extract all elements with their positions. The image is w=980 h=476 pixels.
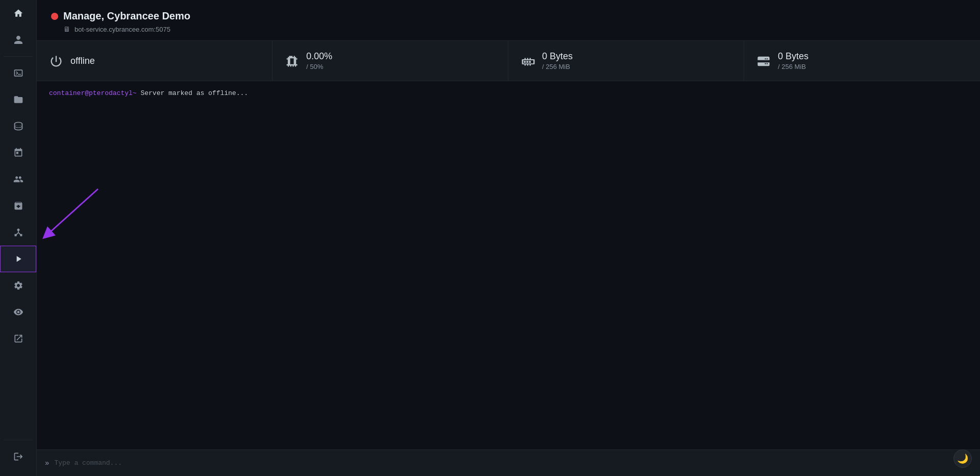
- sidebar-item-files[interactable]: [0, 86, 36, 113]
- user-icon: [13, 35, 23, 45]
- svg-rect-9: [524, 61, 526, 63]
- stat-memory-main: 0 Bytes: [542, 51, 573, 62]
- command-bar: »: [37, 449, 980, 476]
- gear-icon: [13, 280, 23, 291]
- command-input[interactable]: [54, 459, 972, 467]
- moon-icon: 🌙: [957, 453, 968, 464]
- svg-rect-7: [530, 64, 531, 66]
- sidebar-item-activity[interactable]: [0, 299, 36, 325]
- svg-rect-6: [527, 64, 529, 66]
- page-header: Manage, Cybrancee Demo 🖥 bot-service.cyb…: [37, 0, 980, 41]
- sidebar-item-external[interactable]: [0, 325, 36, 352]
- sidebar-item-startup[interactable]: [0, 246, 36, 272]
- sidebar-item-terminal[interactable]: [0, 60, 36, 86]
- sidebar-item-settings[interactable]: [0, 272, 36, 299]
- svg-rect-4: [530, 58, 531, 60]
- external-link-icon: [13, 334, 23, 344]
- console-message: Server marked as offline...: [137, 89, 248, 97]
- svg-rect-5: [525, 64, 526, 66]
- logout-icon: [13, 451, 23, 462]
- stats-row: offline 0.00% / 50%: [37, 41, 980, 81]
- folder-icon: [13, 94, 23, 105]
- server-address-row: 🖥 bot-service.cybrancee.com:5075: [63, 25, 966, 33]
- server-address: bot-service.cybrancee.com:5075: [75, 26, 170, 33]
- console-line-1: container@pterodactyl~ Server marked as …: [49, 89, 968, 97]
- users-icon: [13, 174, 23, 184]
- status-dot: [51, 13, 58, 20]
- console-prompt: container@pterodactyl~: [49, 89, 137, 97]
- sidebar-bottom: [0, 443, 36, 476]
- sidebar-divider-1: [4, 56, 33, 57]
- eye-icon: [13, 307, 23, 317]
- server-icon: 🖥: [63, 25, 70, 33]
- stat-power-main: offline: [70, 56, 95, 66]
- home-icon: [13, 8, 23, 18]
- sidebar-item-home[interactable]: [0, 0, 36, 27]
- console-output: container@pterodactyl~ Server marked as …: [37, 81, 980, 449]
- stat-disk: 0 Bytes / 256 MiB: [744, 41, 980, 81]
- svg-rect-11: [529, 61, 531, 63]
- main-content: Manage, Cybrancee Demo 🖥 bot-service.cyb…: [37, 0, 980, 476]
- svg-rect-2: [525, 58, 526, 60]
- sidebar-item-schedule[interactable]: [0, 139, 36, 166]
- sidebar-divider-bottom: [4, 440, 33, 440]
- stat-cpu: 0.00% / 50%: [273, 41, 508, 81]
- stat-memory: 0 Bytes / 256 MiB: [508, 41, 744, 81]
- calendar-icon: [13, 148, 23, 158]
- sidebar: [0, 0, 37, 476]
- stat-disk-main: 0 Bytes: [778, 51, 808, 62]
- cpu-icon: [285, 54, 298, 67]
- play-icon: [13, 254, 23, 264]
- server-title: Manage, Cybrancee Demo: [63, 10, 190, 22]
- svg-rect-3: [527, 58, 529, 60]
- stat-disk-sub: / 256 MiB: [778, 63, 808, 70]
- sidebar-top: [0, 0, 36, 437]
- sidebar-item-profile[interactable]: [0, 27, 36, 53]
- stat-memory-sub: / 256 MiB: [542, 63, 573, 70]
- sidebar-item-network[interactable]: [0, 219, 36, 246]
- stat-power: offline: [37, 41, 273, 81]
- database-icon: [13, 121, 23, 131]
- dark-mode-toggle[interactable]: 🌙: [953, 449, 972, 468]
- stat-disk-info: 0 Bytes / 256 MiB: [778, 51, 808, 70]
- svg-rect-10: [526, 61, 528, 63]
- sidebar-item-backups[interactable]: [0, 193, 36, 219]
- stat-power-info: offline: [70, 56, 95, 66]
- archive-icon: [13, 201, 23, 211]
- stat-memory-info: 0 Bytes / 256 MiB: [542, 51, 573, 70]
- power-icon: [49, 54, 62, 67]
- stat-cpu-main: 0.00%: [306, 51, 332, 62]
- sidebar-item-users[interactable]: [0, 166, 36, 193]
- sidebar-item-logout[interactable]: [0, 443, 36, 470]
- stat-cpu-info: 0.00% / 50%: [306, 51, 332, 70]
- terminal-icon: [13, 68, 23, 78]
- memory-icon: [521, 54, 534, 67]
- stat-cpu-sub: / 50%: [306, 63, 332, 70]
- server-title-row: Manage, Cybrancee Demo: [51, 10, 966, 22]
- sidebar-item-database[interactable]: [0, 113, 36, 139]
- network-icon: [13, 227, 23, 237]
- console-area: container@pterodactyl~ Server marked as …: [37, 81, 980, 476]
- command-prefix-icon: »: [45, 459, 49, 467]
- disk-icon: [756, 54, 770, 67]
